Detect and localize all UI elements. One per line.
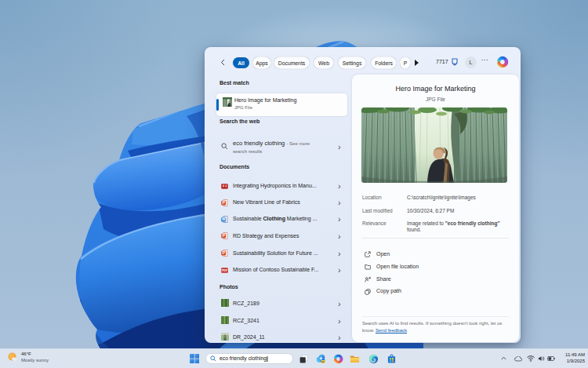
- svg-text:PDF: PDF: [222, 269, 228, 272]
- svg-text:P: P: [222, 200, 225, 205]
- svg-text:P: P: [222, 250, 225, 255]
- svg-text:W: W: [222, 217, 226, 221]
- svg-text:P: P: [222, 233, 225, 238]
